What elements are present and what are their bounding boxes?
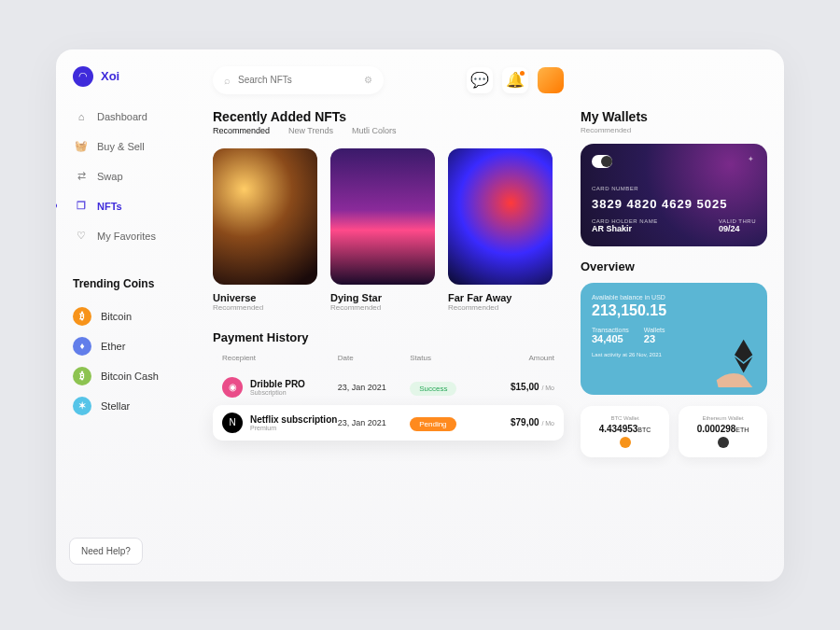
nft-card[interactable]: Universe Recommended bbox=[213, 148, 317, 312]
card-holder-label: CARD HOLDER NAME bbox=[592, 218, 658, 224]
btc-wallet-box[interactable]: BTC Wallet 4.434953BTC bbox=[581, 406, 669, 457]
search-box[interactable]: ⌕ ⚙ bbox=[213, 66, 384, 94]
nft-sub: Recommended bbox=[330, 303, 435, 312]
recipient-sub: Premium bbox=[250, 425, 337, 431]
bitcoin-cash-icon: ₿ bbox=[73, 367, 91, 385]
coin-label: Bitcoin bbox=[101, 311, 132, 322]
payment-row[interactable]: NNetflix subscriptionPremium 23, Jan 202… bbox=[213, 405, 564, 441]
help-button[interactable]: Need Help? bbox=[69, 538, 143, 565]
sidebar: ◠ Xoi ⌂Dashboard 🧺Buy & Sell ⇄Swap ❒NFTs… bbox=[56, 49, 205, 581]
nft-card[interactable]: Far Far Away Recommended bbox=[448, 148, 553, 312]
trending-heading: Trending Coins bbox=[73, 277, 192, 290]
balance-amount: 213,150.15 bbox=[592, 302, 756, 319]
nft-image bbox=[213, 148, 317, 285]
wallet-card[interactable]: ✦ CARD NUMBER 3829 4820 4629 5025 CARD H… bbox=[581, 144, 767, 246]
search-input[interactable] bbox=[238, 75, 357, 85]
swap-icon: ⇄ bbox=[75, 170, 88, 183]
brand[interactable]: ◠ Xoi bbox=[69, 66, 192, 87]
hand-eth-icon bbox=[707, 335, 762, 389]
nft-name: Universe bbox=[213, 292, 317, 303]
nav-dashboard[interactable]: ⌂Dashboard bbox=[69, 104, 192, 130]
payment-title: Payment History bbox=[213, 330, 564, 344]
dribbble-icon: ◉ bbox=[222, 377, 243, 398]
svg-marker-0 bbox=[735, 339, 752, 361]
notification-dot-icon bbox=[520, 71, 525, 76]
recent-tabs: Recommended New Trends Mutli Colors bbox=[213, 126, 564, 135]
topbar: ⌕ ⚙ 💬 🔔 bbox=[213, 66, 564, 94]
col-date: Date bbox=[338, 354, 410, 362]
nav-favorites[interactable]: ♡My Favorites bbox=[69, 223, 192, 249]
stellar-icon: ✶ bbox=[73, 397, 91, 415]
messages-button[interactable]: 💬 bbox=[467, 67, 493, 93]
wallet-unit: ETH bbox=[735, 427, 749, 433]
nav-swap[interactable]: ⇄Swap bbox=[69, 163, 192, 189]
bitcoin-icon bbox=[620, 437, 631, 448]
avatar[interactable] bbox=[538, 67, 564, 93]
wallets-count: 23 bbox=[644, 333, 665, 344]
tx-label: Transactions bbox=[592, 327, 629, 333]
recipient-name: Dribble PRO bbox=[250, 379, 305, 389]
col-amount: Amount bbox=[483, 354, 554, 362]
wallet-label: BTC Wallet bbox=[588, 415, 662, 421]
nft-name: Far Far Away bbox=[448, 292, 553, 303]
nav-buy-sell[interactable]: 🧺Buy & Sell bbox=[69, 133, 192, 160]
card-valid: 09/24 bbox=[719, 224, 756, 233]
nft-card[interactable]: Dying Star Recommended bbox=[330, 148, 435, 312]
nft-sub: Recommended bbox=[448, 303, 553, 312]
nft-grid: Universe Recommended Dying Star Recommen… bbox=[213, 148, 564, 312]
eth-wallet-box[interactable]: Ethereum Wallet 0.000298ETH bbox=[679, 406, 767, 457]
payment-date: 23, Jan 2021 bbox=[338, 383, 410, 392]
brand-name: Xoi bbox=[101, 69, 119, 83]
col-status: Status bbox=[410, 354, 482, 362]
main: ⌕ ⚙ 💬 🔔 Recently Added NFTs Recommended … bbox=[205, 49, 784, 581]
coin-bitcoin[interactable]: ₿Bitcoin bbox=[69, 301, 192, 331]
nft-image bbox=[330, 148, 435, 285]
nav-label: Swap bbox=[97, 171, 123, 182]
nav-nfts[interactable]: ❒NFTs bbox=[69, 193, 192, 219]
recent-title: Recently Added NFTs bbox=[213, 109, 564, 124]
payment-table: Recepient Date Status Amount ◉Dribble PR… bbox=[213, 354, 564, 441]
recipient-name: Netflix subscription bbox=[250, 414, 337, 425]
nav-label: Dashboard bbox=[97, 111, 147, 122]
nft-sub: Recommended bbox=[213, 303, 317, 312]
tx-value: 34,405 bbox=[592, 333, 629, 344]
bitcoin-icon: ₿ bbox=[73, 307, 91, 326]
trending-list: ₿Bitcoin ♦Ether ₿Bitcoin Cash ✶Stellar bbox=[69, 301, 192, 421]
card-chip-icon bbox=[592, 155, 612, 168]
tab-multi-colors[interactable]: Mutli Colors bbox=[352, 126, 397, 135]
card-holder: AR Shakir bbox=[592, 224, 658, 233]
amount-per: / Mo bbox=[541, 385, 554, 391]
chat-icon: 💬 bbox=[470, 71, 489, 89]
coin-stellar[interactable]: ✶Stellar bbox=[69, 391, 192, 421]
wallets-count-label: Wallets bbox=[644, 327, 665, 333]
overview-title: Overview bbox=[581, 259, 767, 273]
wallet-unit: BTC bbox=[637, 427, 651, 433]
notifications-button[interactable]: 🔔 bbox=[502, 67, 528, 93]
payment-row[interactable]: ◉Dribble PROSubscription 23, Jan 2021 Su… bbox=[213, 370, 564, 405]
brand-logo-icon: ◠ bbox=[73, 66, 93, 87]
amount: $15,00 bbox=[511, 382, 539, 392]
ether-icon: ♦ bbox=[73, 337, 91, 356]
filter-icon[interactable]: ⚙ bbox=[364, 75, 372, 85]
nav-label: My Favorites bbox=[97, 231, 156, 242]
coin-label: Stellar bbox=[101, 400, 130, 412]
tab-recommended[interactable]: Recommended bbox=[213, 126, 270, 135]
coin-ether[interactable]: ♦Ether bbox=[69, 331, 192, 361]
card-number-label: CARD NUMBER bbox=[592, 186, 638, 191]
balance-label: Available balance in USD bbox=[592, 294, 756, 301]
payment-date: 23, Jan 2021 bbox=[338, 418, 410, 427]
col-recipient: Recepient bbox=[222, 354, 338, 362]
nav-label: NFTs bbox=[97, 201, 122, 212]
tab-new-trends[interactable]: New Trends bbox=[288, 126, 333, 135]
card-valid-label: VALID THRU bbox=[719, 218, 756, 224]
balance-card[interactable]: Available balance in USD 213,150.15 Tran… bbox=[581, 283, 767, 395]
wallets-title: My Wallets bbox=[581, 109, 767, 124]
heart-icon: ♡ bbox=[75, 230, 88, 243]
coin-bitcoin-cash[interactable]: ₿Bitcoin Cash bbox=[69, 361, 192, 391]
basket-icon: 🧺 bbox=[75, 140, 88, 153]
payment-header: Recepient Date Status Amount bbox=[213, 354, 564, 370]
eth-icon bbox=[718, 437, 729, 448]
amount-per: / Mo bbox=[541, 420, 554, 427]
status-badge: Success bbox=[410, 382, 456, 396]
cube-icon: ❒ bbox=[75, 200, 88, 213]
